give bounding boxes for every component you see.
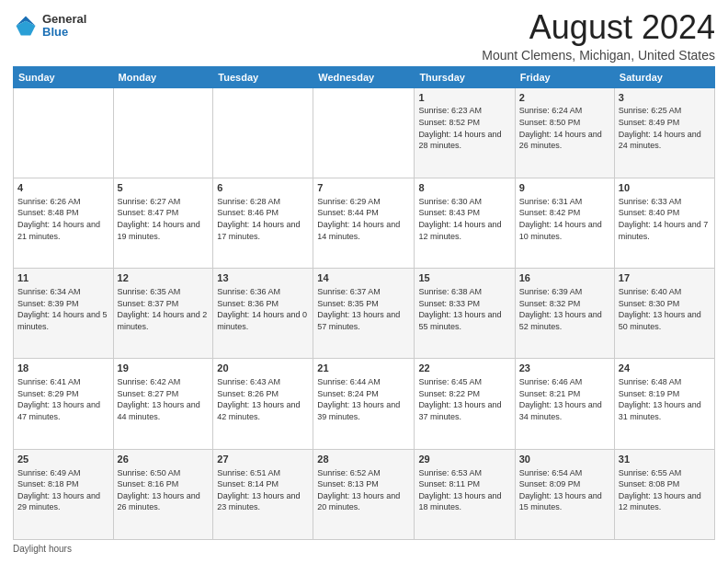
day-cell (313, 87, 415, 178)
day-cell: 27Sunrise: 6:51 AMSunset: 8:14 PMDayligh… (213, 449, 313, 539)
day-info: Sunset: 8:37 PM (118, 298, 210, 310)
col-monday: Monday (113, 66, 213, 87)
day-info: Sunset: 8:48 PM (17, 207, 109, 219)
day-info: Daylight: 13 hours and 50 minutes. (619, 309, 711, 332)
day-info: Daylight: 14 hours and 28 minutes. (418, 129, 510, 152)
day-number: 6 (217, 181, 309, 195)
day-number: 18 (17, 362, 109, 375)
day-number: 13 (217, 271, 309, 285)
day-info: Sunset: 8:40 PM (619, 207, 711, 219)
day-info: Sunset: 8:32 PM (519, 298, 610, 310)
day-cell: 24Sunrise: 6:48 AMSunset: 8:19 PMDayligh… (614, 359, 714, 449)
day-info: Sunset: 8:19 PM (619, 388, 711, 400)
day-info: Sunset: 8:21 PM (519, 388, 610, 400)
day-info: Sunset: 8:47 PM (118, 207, 210, 219)
day-info: Daylight: 13 hours and 15 minutes. (519, 490, 610, 513)
header-row: Sunday Monday Tuesday Wednesday Thursday… (14, 66, 715, 87)
day-cell: 31Sunrise: 6:55 AMSunset: 8:08 PMDayligh… (614, 449, 714, 539)
logo: General Blue (13, 13, 86, 40)
day-info: Sunset: 8:24 PM (317, 388, 410, 400)
week-row-4: 25Sunrise: 6:49 AMSunset: 8:18 PMDayligh… (14, 449, 715, 539)
day-number: 31 (619, 453, 711, 466)
day-info: Sunset: 8:46 PM (217, 207, 309, 219)
day-info: Sunset: 8:39 PM (17, 298, 109, 310)
day-cell: 21Sunrise: 6:44 AMSunset: 8:24 PMDayligh… (313, 359, 415, 449)
day-cell: 16Sunrise: 6:39 AMSunset: 8:32 PMDayligh… (515, 269, 614, 359)
day-info: Sunset: 8:52 PM (418, 117, 510, 129)
day-info: Daylight: 13 hours and 23 minutes. (217, 490, 309, 513)
day-info: Daylight: 13 hours and 18 minutes. (418, 490, 510, 513)
day-number: 25 (17, 453, 109, 466)
day-info: Daylight: 14 hours and 5 minutes. (17, 309, 109, 332)
logo-text: General Blue (42, 13, 86, 40)
day-info: Sunrise: 6:35 AM (118, 286, 210, 298)
day-info: Sunset: 8:35 PM (317, 298, 410, 310)
day-cell: 7Sunrise: 6:29 AMSunset: 8:44 PMDaylight… (313, 178, 415, 268)
day-cell: 13Sunrise: 6:36 AMSunset: 8:36 PMDayligh… (213, 269, 313, 359)
day-cell: 5Sunrise: 6:27 AMSunset: 8:47 PMDaylight… (113, 178, 213, 268)
day-cell: 15Sunrise: 6:38 AMSunset: 8:33 PMDayligh… (415, 269, 515, 359)
day-cell: 18Sunrise: 6:41 AMSunset: 8:29 PMDayligh… (14, 359, 114, 449)
day-info: Daylight: 14 hours and 24 minutes. (619, 129, 711, 152)
day-info: Sunset: 8:22 PM (418, 388, 510, 400)
day-info: Sunrise: 6:45 AM (418, 376, 510, 388)
day-info: Sunset: 8:18 PM (17, 478, 109, 490)
day-cell: 14Sunrise: 6:37 AMSunset: 8:35 PMDayligh… (313, 269, 415, 359)
title-block: August 2024 Mount Clemens, Michigan, Uni… (482, 9, 715, 63)
day-info: Daylight: 14 hours and 21 minutes. (17, 219, 109, 242)
day-info: Sunset: 8:11 PM (418, 478, 510, 490)
day-info: Sunset: 8:33 PM (418, 298, 510, 310)
day-number: 29 (418, 453, 510, 466)
day-cell (213, 87, 313, 178)
day-cell: 2Sunrise: 6:24 AMSunset: 8:50 PMDaylight… (515, 87, 614, 178)
day-cell: 19Sunrise: 6:42 AMSunset: 8:27 PMDayligh… (113, 359, 213, 449)
week-row-2: 11Sunrise: 6:34 AMSunset: 8:39 PMDayligh… (14, 269, 715, 359)
day-number: 14 (317, 271, 410, 285)
day-number: 26 (118, 453, 210, 466)
day-info: Sunset: 8:49 PM (619, 117, 711, 129)
day-info: Sunrise: 6:24 AM (519, 105, 610, 117)
day-number: 30 (519, 453, 610, 466)
day-info: Sunrise: 6:28 AM (217, 196, 309, 208)
day-info: Sunset: 8:44 PM (317, 207, 410, 219)
day-info: Sunrise: 6:34 AM (17, 286, 109, 298)
day-cell: 1Sunrise: 6:23 AMSunset: 8:52 PMDaylight… (415, 87, 515, 178)
day-cell (14, 87, 114, 178)
col-sunday: Sunday (14, 66, 114, 87)
day-number: 24 (619, 362, 711, 375)
day-info: Sunrise: 6:27 AM (118, 196, 210, 208)
day-cell: 6Sunrise: 6:28 AMSunset: 8:46 PMDaylight… (213, 178, 313, 268)
day-cell: 3Sunrise: 6:25 AMSunset: 8:49 PMDaylight… (614, 87, 714, 178)
day-info: Sunrise: 6:39 AM (519, 286, 610, 298)
day-number: 8 (418, 181, 510, 195)
day-cell: 10Sunrise: 6:33 AMSunset: 8:40 PMDayligh… (614, 178, 714, 268)
day-number: 1 (418, 91, 510, 105)
day-number: 15 (418, 271, 510, 285)
day-info: Sunset: 8:36 PM (217, 298, 309, 310)
day-info: Sunrise: 6:36 AM (217, 286, 309, 298)
day-number: 20 (217, 362, 309, 375)
col-thursday: Thursday (415, 66, 515, 87)
day-info: Daylight: 14 hours and 0 minutes. (217, 309, 309, 332)
day-number: 11 (17, 271, 109, 285)
day-number: 17 (619, 271, 711, 285)
day-info: Daylight: 13 hours and 31 minutes. (619, 399, 711, 422)
day-info: Daylight: 13 hours and 55 minutes. (418, 309, 510, 332)
day-number: 21 (317, 362, 410, 375)
day-info: Daylight: 13 hours and 52 minutes. (519, 309, 610, 332)
day-number: 5 (118, 181, 210, 195)
day-info: Daylight: 14 hours and 26 minutes. (519, 129, 610, 152)
day-info: Sunrise: 6:33 AM (619, 196, 711, 208)
col-friday: Friday (515, 66, 614, 87)
day-info: Daylight: 13 hours and 37 minutes. (418, 399, 510, 422)
day-info: Daylight: 14 hours and 19 minutes. (118, 219, 210, 242)
calendar-table: Sunday Monday Tuesday Wednesday Thursday… (13, 66, 715, 540)
day-cell (113, 87, 213, 178)
day-number: 22 (418, 362, 510, 375)
day-info: Sunrise: 6:23 AM (418, 105, 510, 117)
day-info: Daylight: 13 hours and 44 minutes. (118, 399, 210, 422)
logo-general: General (42, 13, 86, 26)
day-info: Sunrise: 6:49 AM (17, 467, 109, 479)
day-info: Daylight: 13 hours and 26 minutes. (118, 490, 210, 513)
day-info: Sunset: 8:14 PM (217, 478, 309, 490)
